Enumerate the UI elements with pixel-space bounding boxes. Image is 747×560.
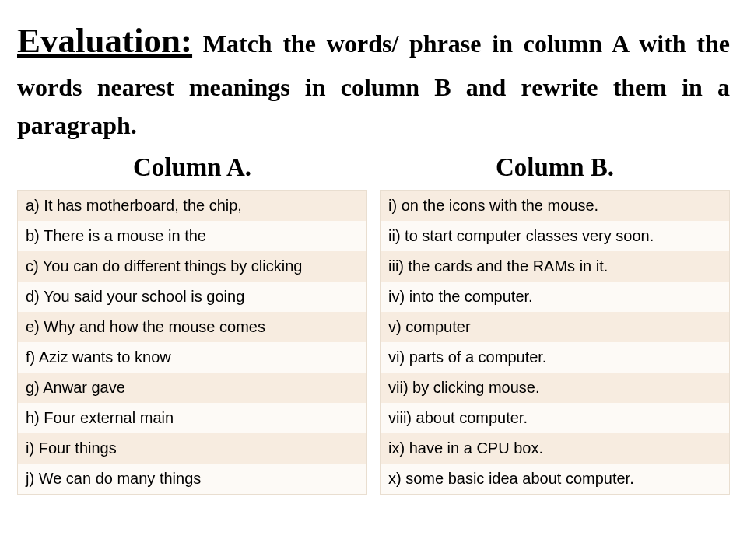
list-item: vi) parts of a computer. [381, 342, 729, 373]
column-a-table: a) It has motherboard, the chip, b) Ther… [17, 190, 367, 495]
list-item: x) some basic idea about computer. [381, 464, 729, 494]
list-item: i) on the icons with the mouse. [381, 191, 729, 221]
column-b-title: Column B. [380, 153, 730, 182]
list-item: viii) about computer. [381, 403, 729, 433]
list-item: ix) have in a CPU box. [381, 433, 729, 464]
list-item: i) Four things [18, 433, 366, 464]
list-item: ii) to start computer classes very soon. [381, 221, 729, 251]
list-item: f) Aziz wants to know [18, 342, 366, 373]
heading-lead: Evaluation: [17, 21, 192, 60]
list-item: vii) by clicking mouse. [381, 373, 729, 403]
list-item: a) It has motherboard, the chip, [18, 191, 366, 221]
column-b: Column B. i) on the icons with the mouse… [380, 153, 730, 495]
list-item: v) computer [381, 312, 729, 342]
list-item: b) There is a mouse in the [18, 221, 366, 251]
column-a: Column A. a) It has motherboard, the chi… [17, 153, 367, 495]
list-item: iii) the cards and the RAMs in it. [381, 251, 729, 282]
list-item: j) We can do many things [18, 464, 366, 494]
list-item: h) Four external main [18, 403, 366, 433]
list-item: g) Anwar gave [18, 373, 366, 403]
columns-wrapper: Column A. a) It has motherboard, the chi… [17, 153, 730, 495]
list-item: d) You said your school is going [18, 282, 366, 312]
column-b-table: i) on the icons with the mouse. ii) to s… [380, 190, 730, 495]
list-item: c) You can do different things by clicki… [18, 251, 366, 282]
list-item: e) Why and how the mouse comes [18, 312, 366, 342]
instruction-heading: Evaluation: Match the words/ phrase in c… [17, 14, 730, 145]
list-item: iv) into the computer. [381, 282, 729, 312]
column-a-title: Column A. [17, 153, 367, 182]
